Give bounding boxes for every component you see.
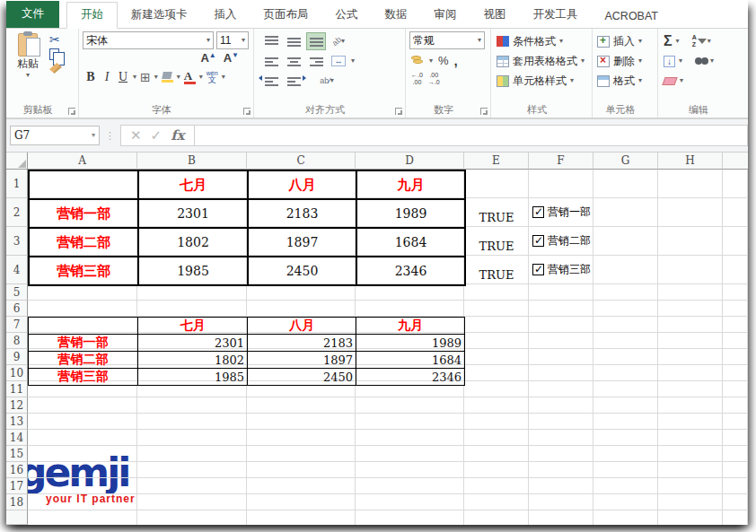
align-left-button[interactable]	[261, 52, 281, 70]
month-header-cell[interactable]: 七月	[138, 170, 248, 199]
tab-公式[interactable]: 公式	[322, 3, 372, 28]
row-header-6[interactable]: 6	[6, 301, 28, 317]
conditional-formatting-button[interactable]: 条件格式▾	[497, 31, 590, 51]
chevron-down-icon[interactable]: ▾	[680, 77, 683, 84]
align-right-button[interactable]	[306, 52, 326, 70]
comma-style-button[interactable]: ,	[454, 53, 458, 68]
clipboard-dialog-launcher-icon[interactable]	[68, 108, 75, 115]
column-header-B[interactable]: B	[137, 153, 247, 170]
delete-cells-button[interactable]: 删除▾	[597, 51, 655, 71]
column-header-G[interactable]: G	[593, 153, 658, 170]
value-cell[interactable]: 1802	[138, 352, 248, 369]
month-header-cell[interactable]: 九月	[356, 318, 465, 335]
wrap-text-button[interactable]: ab∕▾	[317, 72, 337, 90]
tab-file[interactable]: 文件	[6, 1, 59, 28]
chevron-down-icon[interactable]: ▾	[177, 74, 180, 81]
blank-cell[interactable]	[29, 318, 138, 335]
italic-button[interactable]: I	[101, 70, 113, 84]
accounting-format-icon[interactable]	[411, 56, 424, 66]
tab-新建选项卡[interactable]: 新建选项卡	[118, 3, 201, 28]
row-header-16[interactable]: 16	[6, 462, 28, 478]
value-cell[interactable]: 1985	[138, 257, 248, 285]
copy-icon[interactable]	[49, 48, 59, 60]
align-bottom-button[interactable]	[306, 32, 326, 50]
tab-开始[interactable]: 开始	[66, 2, 118, 29]
tab-开发工具[interactable]: 开发工具	[520, 3, 592, 28]
month-header-cell[interactable]: 八月	[248, 318, 356, 335]
sort-filter-button[interactable]: AZ ▾	[692, 34, 711, 48]
increase-indent-button[interactable]	[284, 72, 303, 90]
fill-button[interactable]: ↓	[664, 56, 675, 67]
autosum-button[interactable]: Σ	[664, 34, 672, 48]
row-header-10[interactable]: 10	[6, 365, 28, 381]
row-header-1[interactable]: 1	[6, 170, 28, 198]
number-dialog-launcher-icon[interactable]	[480, 108, 488, 115]
select-all-corner[interactable]	[6, 153, 28, 170]
row-header-15[interactable]: 15	[6, 446, 28, 462]
decrease-decimal-button[interactable]: .00 →.0	[428, 72, 440, 85]
blank-cell[interactable]	[29, 170, 138, 199]
bold-button[interactable]: B	[84, 70, 97, 84]
borders-icon[interactable]: ⊞	[140, 71, 151, 83]
tab-视图[interactable]: 视图	[470, 3, 520, 28]
value-cell[interactable]: 1684	[356, 228, 465, 257]
value-cell[interactable]: 2183	[248, 335, 356, 352]
font-color-icon[interactable]: A	[184, 70, 196, 84]
dept-cell[interactable]: 营销一部	[29, 199, 138, 228]
column-header-H[interactable]: H	[658, 153, 723, 170]
value-cell[interactable]: 2346	[356, 369, 465, 386]
chevron-down-icon[interactable]: ▾	[679, 57, 682, 65]
insert-function-icon[interactable]: fx	[171, 127, 184, 144]
chevron-down-icon[interactable]: ▾	[222, 74, 225, 81]
value-cell[interactable]: 2450	[248, 257, 356, 285]
chevron-down-icon[interactable]: ▾	[676, 38, 680, 45]
tab-插入[interactable]: 插入	[201, 3, 251, 28]
formula-input[interactable]	[195, 125, 748, 146]
checkbox-checked-icon[interactable]	[532, 206, 544, 218]
tab-页面布局[interactable]: 页面布局	[251, 3, 322, 28]
dept-cell[interactable]: 营销三部	[29, 369, 138, 386]
row-header-18[interactable]: 18	[6, 494, 28, 510]
enter-icon[interactable]: ✓	[151, 127, 163, 144]
fill-color-icon[interactable]	[162, 72, 173, 83]
column-header-partial[interactable]	[723, 153, 748, 170]
insert-cells-button[interactable]: 插入▾	[597, 31, 655, 51]
increase-decimal-button[interactable]: ←.0 .00	[411, 72, 423, 85]
cut-icon[interactable]: ✂	[49, 33, 65, 46]
true-flag-cell[interactable]: TRUE	[464, 211, 529, 224]
dept-cell[interactable]: 营销一部	[29, 335, 138, 352]
merge-center-button[interactable]: ↔	[329, 52, 348, 70]
row-header-14[interactable]: 14	[6, 430, 28, 446]
formula-bar-splitter[interactable]: ⋮	[105, 130, 115, 142]
chevron-down-icon[interactable]: ▾	[133, 74, 136, 81]
chevron-down-icon[interactable]: ▾	[429, 57, 433, 65]
number-format-combobox[interactable]: 常规 ▾	[409, 31, 485, 49]
tab-审阅[interactable]: 审阅	[421, 3, 470, 28]
dept-cell[interactable]: 营销二部	[29, 228, 138, 257]
row-header-3[interactable]: 3	[6, 227, 28, 256]
chevron-down-icon[interactable]: ▾	[199, 74, 203, 81]
column-header-A[interactable]: A	[28, 153, 137, 170]
format-as-table-button[interactable]: 套用表格格式▾	[497, 51, 590, 71]
column-header-D[interactable]: D	[356, 153, 464, 170]
checkbox-营销二部[interactable]: 营销二部	[532, 233, 591, 249]
sheet-grid[interactable]: gemji your IT partner ABCDEFGH1234567891…	[6, 153, 748, 525]
month-header-cell[interactable]: 九月	[356, 170, 465, 199]
value-cell[interactable]: 2450	[248, 369, 356, 386]
value-cell[interactable]: 2301	[138, 199, 248, 228]
row-header-5[interactable]: 5	[6, 284, 28, 301]
column-header-C[interactable]: C	[247, 153, 356, 170]
checkbox-营销三部[interactable]: 营销三部	[532, 262, 591, 277]
value-cell[interactable]: 1897	[248, 352, 356, 369]
row-header-2[interactable]: 2	[6, 198, 28, 227]
dept-cell[interactable]: 营销二部	[29, 352, 138, 369]
cell-styles-button[interactable]: 单元格样式▾	[497, 71, 590, 91]
name-box[interactable]: G7 ▾	[10, 126, 100, 145]
row-header-12[interactable]: 12	[6, 397, 28, 414]
chevron-down-icon[interactable]: ▾	[154, 74, 158, 81]
value-cell[interactable]: 1897	[248, 228, 356, 257]
value-cell[interactable]: 1684	[356, 352, 465, 369]
value-cell[interactable]: 1989	[356, 199, 465, 228]
checkbox-checked-icon[interactable]	[532, 264, 544, 275]
true-flag-cell[interactable]: TRUE	[464, 268, 529, 282]
